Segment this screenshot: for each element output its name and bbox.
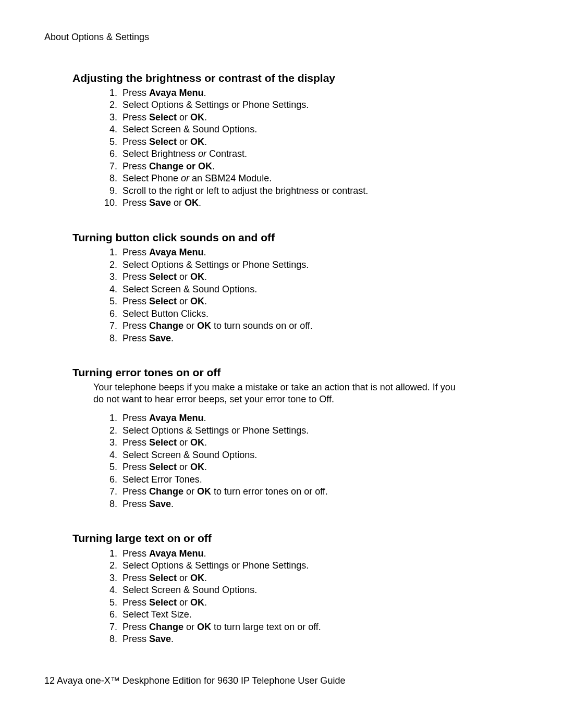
step-text: Select Screen & Sound Options.: [123, 584, 519, 596]
step-item: 3.Press Select or OK.: [93, 112, 519, 124]
step-item: 5.Press Select or OK.: [93, 461, 519, 473]
section: Turning large text on or off1.Press Avay…: [44, 532, 519, 645]
step-text: Press Avaya Menu.: [123, 87, 519, 99]
bold-span: Change: [149, 622, 183, 632]
bold-span: OK: [197, 320, 211, 331]
italic-span: or: [198, 149, 206, 159]
bold-span: Avaya Menu: [149, 548, 203, 559]
bold-span: Change: [149, 320, 183, 331]
step-item: 3.Press Select or OK.: [93, 437, 519, 449]
step-item: 1.Press Avaya Menu.: [93, 87, 519, 99]
step-number: 2.: [93, 259, 123, 271]
step-item: 8.Press Save.: [93, 498, 519, 510]
bold-span: OK: [190, 573, 204, 583]
step-text: Press Avaya Menu.: [123, 246, 519, 258]
step-item: 6.Select Text Size.: [93, 609, 519, 621]
step-text: Select Screen & Sound Options.: [123, 124, 519, 135]
bold-span: Select: [149, 597, 177, 608]
step-item: 6.Select Button Clicks.: [93, 308, 519, 320]
bold-span: OK: [190, 296, 204, 306]
step-text: Press Select or OK.: [123, 437, 519, 449]
page-header: About Options & Settings: [44, 31, 519, 43]
step-text: Scroll to the right or left to adjust th…: [123, 185, 519, 197]
step-text: Press Select or OK.: [123, 572, 519, 584]
step-text: Select Screen & Sound Options.: [123, 449, 519, 461]
step-item: 8.Press Save.: [93, 633, 519, 645]
step-number: 1.: [93, 246, 123, 258]
step-number: 2.: [93, 560, 123, 572]
step-number: 3.: [93, 112, 123, 124]
step-number: 6.: [93, 609, 123, 621]
bold-span: Avaya Menu: [149, 88, 203, 98]
bold-span: OK: [197, 622, 211, 632]
italic-span: or: [181, 173, 189, 183]
step-text: Select Error Tones.: [123, 474, 519, 486]
steps-list: 1.Press Avaya Menu.2.Select Options & Se…: [93, 548, 519, 645]
bold-span: Select: [149, 137, 177, 147]
bold-span: OK: [190, 272, 204, 282]
step-number: 1.: [93, 412, 123, 424]
step-item: 2.Select Options & Settings or Phone Set…: [93, 99, 519, 111]
step-text: Select Brightness or Contrast.: [123, 148, 519, 160]
step-number: 5.: [93, 597, 123, 609]
step-text: Press Select or OK.: [123, 136, 519, 148]
bold-span: Save: [149, 634, 171, 644]
step-item: 2.Select Options & Settings or Phone Set…: [93, 560, 519, 572]
step-number: 4.: [93, 124, 123, 135]
bold-span: Save: [149, 333, 171, 343]
bold-span: Select: [149, 296, 177, 306]
step-item: 1.Press Avaya Menu.: [93, 548, 519, 560]
step-number: 8.: [93, 332, 123, 344]
step-text: Press Select or OK.: [123, 295, 519, 307]
step-item: 8.Select Phone or an SBM24 Module.: [93, 172, 519, 184]
step-text: Select Options & Settings or Phone Setti…: [123, 99, 519, 111]
step-text: Select Phone or an SBM24 Module.: [123, 172, 519, 184]
step-number: 7.: [93, 621, 123, 633]
bold-span: OK: [190, 437, 204, 448]
step-text: Press Avaya Menu.: [123, 412, 519, 424]
step-text: Press Change or OK.: [123, 161, 519, 172]
step-number: 3.: [93, 437, 123, 449]
step-item: 3.Press Select or OK.: [93, 572, 519, 584]
bold-span: Select: [149, 272, 177, 282]
step-number: 10.: [93, 197, 123, 209]
step-number: 7.: [93, 320, 123, 332]
step-item: 5.Press Select or OK.: [93, 295, 519, 307]
step-number: 1.: [93, 87, 123, 99]
step-number: 6.: [93, 474, 123, 486]
step-item: 9.Scroll to the right or left to adjust …: [93, 185, 519, 197]
bold-span: Select: [149, 573, 177, 583]
step-item: 10.Press Save or OK.: [93, 197, 519, 209]
step-number: 9.: [93, 185, 123, 197]
bold-span: Change or OK: [149, 161, 212, 171]
section-heading: Turning error tones on or off: [72, 366, 519, 379]
step-item: 7.Press Change or OK.: [93, 161, 519, 172]
step-number: 6.: [93, 148, 123, 160]
step-text: Press Change or OK to turn error tones o…: [123, 486, 519, 498]
step-text: Select Options & Settings or Phone Setti…: [123, 560, 519, 572]
step-text: Select Text Size.: [123, 609, 519, 621]
step-text: Press Select or OK.: [123, 112, 519, 124]
step-item: 8.Press Save.: [93, 332, 519, 344]
step-number: 4.: [93, 584, 123, 596]
bold-span: OK: [190, 137, 204, 147]
step-number: 5.: [93, 461, 123, 473]
step-item: 4.Select Screen & Sound Options.: [93, 124, 519, 135]
step-item: 7.Press Change or OK to turn sounds on o…: [93, 320, 519, 332]
section: Adjusting the brightness or contrast of …: [44, 71, 519, 209]
step-number: 8.: [93, 172, 123, 184]
bold-span: OK: [190, 112, 204, 122]
bold-span: Change: [149, 486, 183, 497]
step-item: 3.Press Select or OK.: [93, 271, 519, 283]
step-text: Press Save or OK.: [123, 197, 519, 209]
steps-list: 1.Press Avaya Menu.2.Select Options & Se…: [93, 412, 519, 510]
bold-span: Avaya Menu: [149, 247, 203, 257]
step-item: 5.Press Select or OK.: [93, 597, 519, 609]
step-item: 2.Select Options & Settings or Phone Set…: [93, 425, 519, 437]
step-item: 4.Select Screen & Sound Options.: [93, 283, 519, 295]
step-text: Press Select or OK.: [123, 271, 519, 283]
step-number: 4.: [93, 449, 123, 461]
section-heading: Turning large text on or off: [72, 532, 519, 545]
section-heading: Turning button click sounds on and off: [72, 231, 519, 244]
step-item: 6.Select Error Tones.: [93, 474, 519, 486]
